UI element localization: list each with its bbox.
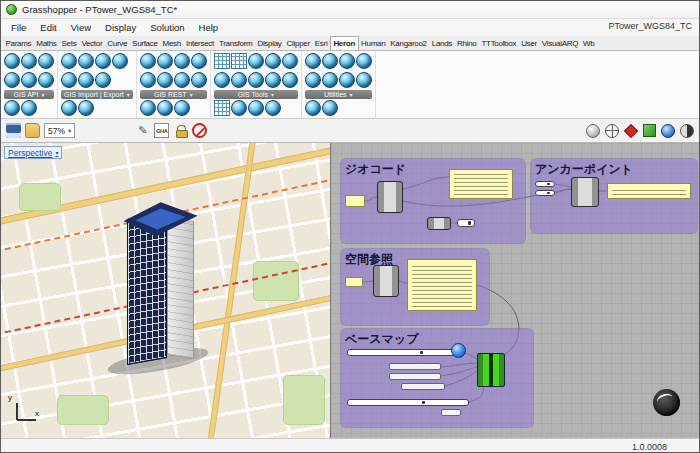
gh-parameter[interactable] [441,409,461,416]
globe-icon[interactable] [231,100,247,116]
number-slider[interactable] [535,181,555,187]
globe-icon[interactable] [322,100,338,116]
menu-file[interactable]: File [4,21,33,34]
globe-icon[interactable] [339,53,355,69]
globe-icon[interactable] [38,53,54,69]
tab-visualarq[interactable]: VisualARQ [539,37,580,50]
globe-icon[interactable] [4,72,20,88]
tab-params[interactable]: Params [3,37,34,50]
globe-icon[interactable] [95,72,111,88]
tab-heron[interactable]: Heron [330,36,359,51]
globe-icon[interactable] [248,53,264,69]
globe-icon[interactable] [78,72,94,88]
globe-icon[interactable] [265,53,281,69]
tab-kangaroo2[interactable]: Kangaroo2 [388,37,429,50]
preview-off-icon[interactable] [586,124,600,138]
globe-icon[interactable] [4,53,20,69]
gh-parameter[interactable] [389,373,441,380]
globe-icon[interactable] [174,72,190,88]
globe-param-icon[interactable] [451,343,466,358]
panel-component[interactable] [607,183,691,199]
tab-intersect[interactable]: Intersect [183,37,216,50]
document-name-label[interactable]: PTower_WGS84_TC [608,21,692,31]
globe-icon[interactable] [38,72,54,88]
grid-icon[interactable] [231,53,247,69]
ribbon-section-label[interactable]: GIS REST▾ [140,90,207,99]
tab-maths[interactable]: Maths [34,37,59,50]
lock-icon[interactable] [173,123,188,138]
gh-canvas[interactable]: ジオコード アンカーポイント 空間参照 ベースマップ [331,143,699,438]
globe-icon[interactable] [21,100,37,116]
tab-display[interactable]: Display [255,37,284,50]
rhino-viewport[interactable]: Perspective ▾ y x [1,143,331,438]
globe-icon[interactable] [305,72,321,88]
tab-sets[interactable]: Sets [59,37,79,50]
globe-icon[interactable] [140,53,156,69]
open-folder-icon[interactable] [25,123,40,138]
panel-component[interactable] [345,277,363,287]
globe-icon[interactable] [61,53,77,69]
globe-icon[interactable] [305,100,321,116]
menu-edit[interactable]: Edit [33,21,63,34]
gh-parameter[interactable] [389,363,441,370]
globe-icon[interactable] [305,53,321,69]
tab-surface[interactable]: Surface [130,37,160,50]
tab-vector[interactable]: Vector [79,37,105,50]
globe-icon[interactable] [214,72,230,88]
globe-icon[interactable] [4,100,20,116]
globe-icon[interactable] [21,53,37,69]
number-slider[interactable] [347,349,465,356]
globe-icon[interactable] [61,72,77,88]
number-slider[interactable] [535,190,555,196]
disable-solver-icon[interactable] [192,123,207,138]
panel-component[interactable] [449,169,513,199]
gha-plugin-badge-icon[interactable]: GHA [154,123,169,138]
compass-trackball[interactable] [653,389,680,416]
tab-transform[interactable]: Transform [216,37,254,50]
globe-icon[interactable] [157,72,173,88]
menu-view[interactable]: View [64,21,98,34]
globe-icon[interactable] [21,72,37,88]
globe-icon[interactable] [191,53,207,69]
save-icon[interactable] [6,123,21,138]
grid-icon[interactable] [214,53,230,69]
number-slider[interactable] [457,219,475,227]
basemap-component[interactable] [477,353,505,387]
number-slider[interactable] [347,399,469,406]
grid-icon[interactable] [214,100,230,116]
gh-parameter[interactable] [401,383,445,390]
menu-solution[interactable]: Solution [143,21,191,34]
radial-menu-icon[interactable] [680,124,694,138]
panel-component[interactable] [407,259,477,311]
preview-wireframe-icon[interactable] [605,124,619,138]
globe-icon[interactable] [356,53,372,69]
globe-icon[interactable] [191,72,207,88]
globe-icon[interactable] [231,72,247,88]
menu-help[interactable]: Help [192,21,226,34]
globe-icon[interactable] [356,72,372,88]
globe-icon[interactable] [78,53,94,69]
globe-icon[interactable] [78,100,94,116]
globe-icon[interactable] [95,53,111,69]
zoom-select[interactable]: 57% ▾ [44,123,75,138]
viewport-title-menu[interactable]: Perspective ▾ [4,146,62,159]
globe-icon[interactable] [322,53,338,69]
ribbon-section-label[interactable]: GIS Tools▾ [214,90,298,99]
tab-user[interactable]: User [519,37,540,50]
globe-icon[interactable] [265,100,281,116]
ribbon-section-label[interactable]: GIS Import | Export▾ [61,90,133,99]
globe-icon[interactable] [248,100,264,116]
globe-icon[interactable] [322,72,338,88]
globe-icon[interactable] [339,72,355,88]
globe-icon[interactable] [174,53,190,69]
globe-icon[interactable] [265,72,281,88]
tab-tttoolbox[interactable]: TTToolbox [479,37,519,50]
globe-icon[interactable] [112,53,128,69]
green-material-icon[interactable] [643,124,656,137]
tab-human[interactable]: Human [359,37,388,50]
tab-lands[interactable]: Lands [429,37,454,50]
globe-icon[interactable] [140,100,156,116]
panel-component[interactable] [345,195,365,207]
title-bar[interactable]: Grasshopper - PTower_WGS84_TC* [1,1,699,19]
globe-icon[interactable] [140,72,156,88]
